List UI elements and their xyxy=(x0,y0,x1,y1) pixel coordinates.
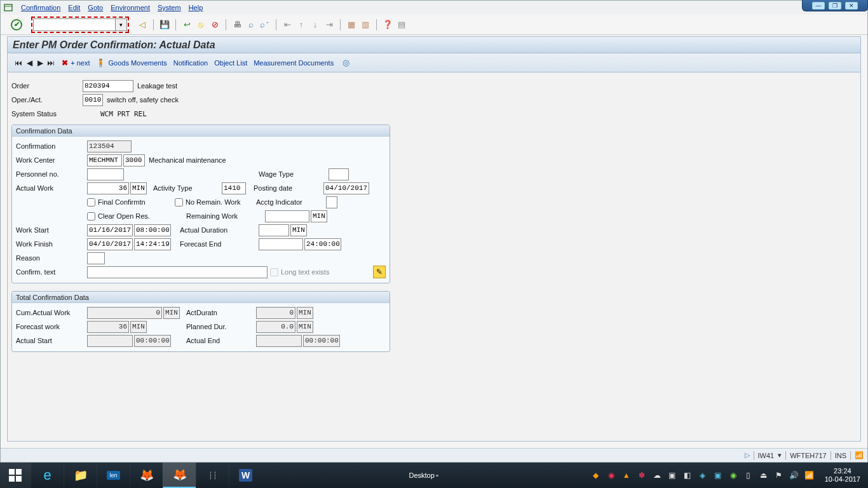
actualduration-unit[interactable] xyxy=(290,224,307,236)
status-dropdown-icon[interactable]: ▾ xyxy=(778,451,782,459)
personnel-field[interactable] xyxy=(87,168,124,180)
session-icon[interactable]: ▦ xyxy=(346,19,357,30)
cancel-confirmation-icon[interactable]: ✖ xyxy=(62,58,68,67)
remainingwork-unit[interactable] xyxy=(311,210,327,222)
measurement-docs-link[interactable]: Measurement Documents xyxy=(254,59,334,67)
layout-icon[interactable]: ▤ xyxy=(396,19,407,30)
remainingwork-field[interactable] xyxy=(265,210,309,222)
actualduration-field[interactable] xyxy=(259,224,289,236)
nav-prev-icon[interactable]: ◀ xyxy=(25,58,34,67)
menu-environment[interactable]: Environment xyxy=(111,4,150,11)
taskbar-firefox[interactable]: 🦊 xyxy=(130,463,163,488)
goods-movements-link[interactable]: Goods Movements xyxy=(108,59,166,67)
remainingwork-label: Remaining Work xyxy=(186,212,256,220)
tray-icon-3[interactable]: ▲ xyxy=(621,470,632,480)
start-button[interactable] xyxy=(0,463,31,488)
menu-system[interactable]: System xyxy=(158,4,181,11)
taskbar-explorer[interactable]: 📁 xyxy=(64,463,97,488)
shortcut-icon[interactable]: ▥ xyxy=(360,19,371,30)
no-remain-checkbox[interactable] xyxy=(175,198,183,207)
forecastend-date[interactable] xyxy=(259,238,303,250)
confirmtext-field[interactable] xyxy=(87,266,268,278)
taskbar-word[interactable]: W xyxy=(229,463,262,488)
tray-icon-1[interactable]: ◆ xyxy=(591,470,601,480)
taskbar-lenovo[interactable]: len xyxy=(97,463,130,488)
actualwork-unit[interactable] xyxy=(130,182,147,194)
tray-icon-8[interactable]: ◉ xyxy=(728,470,738,480)
menu-help[interactable]: Help xyxy=(189,4,203,11)
show-desktop-label[interactable]: Desktop» xyxy=(409,471,438,479)
longtext-edit-button[interactable]: ✎ xyxy=(373,266,386,278)
exit-icon[interactable]: ⦸ xyxy=(195,19,207,30)
menu-edit[interactable]: Edit xyxy=(68,4,80,11)
close-button[interactable]: ✕ xyxy=(845,2,858,10)
minimize-button[interactable]: — xyxy=(812,2,825,10)
cancel-icon[interactable]: ⊘ xyxy=(209,19,220,30)
taskbar-ie[interactable]: e xyxy=(31,463,64,488)
postingdate-field[interactable] xyxy=(323,182,369,194)
workfinish-time[interactable] xyxy=(134,238,171,250)
print-icon[interactable]: 🖶 xyxy=(231,19,243,30)
tray-volume-icon[interactable]: 🔊 xyxy=(789,470,799,480)
ok-code-field[interactable]: ▾ xyxy=(31,17,129,33)
tray-network-icon[interactable]: ▣ xyxy=(667,470,677,480)
save-icon[interactable]: 💾 xyxy=(159,19,170,30)
postingdate-label: Posting date xyxy=(254,184,323,192)
object-list-link[interactable]: Object List xyxy=(214,59,247,67)
tray-flag-icon[interactable]: ⚑ xyxy=(774,470,784,480)
ok-code-input[interactable] xyxy=(33,18,116,31)
menu-icon[interactable] xyxy=(3,3,13,13)
taskbar-separator: ┆┆ xyxy=(196,463,229,488)
find-icon[interactable]: ⌕ xyxy=(245,19,257,30)
workstart-time[interactable] xyxy=(134,224,171,236)
prev-page-icon[interactable]: ↑ xyxy=(295,19,307,30)
tray-wifi-icon[interactable]: 📶 xyxy=(804,470,815,480)
find-next-icon[interactable]: ⌕⁺ xyxy=(259,19,271,30)
first-page-icon[interactable]: ⇤ xyxy=(281,19,293,30)
workcenter-field[interactable] xyxy=(87,154,122,166)
ok-code-dropdown[interactable]: ▾ xyxy=(116,18,127,31)
menu-goto[interactable]: Goto xyxy=(88,4,103,11)
workfinish-date[interactable] xyxy=(87,238,133,250)
tray-icon-6[interactable]: ◈ xyxy=(698,470,708,480)
status-signal-icon[interactable]: 📶 xyxy=(855,451,864,459)
tray-icon-4[interactable]: ✽ xyxy=(637,470,647,480)
wagetype-field[interactable] xyxy=(329,168,349,180)
activitytype-field[interactable] xyxy=(222,182,246,194)
nav-first-icon[interactable]: ⏮ xyxy=(14,58,23,67)
tray-icon-5[interactable]: ◧ xyxy=(682,470,693,480)
nav-next-icon[interactable]: ▶ xyxy=(36,58,44,67)
doc-icon[interactable]: ◎ xyxy=(340,57,351,69)
tray-battery-icon[interactable]: ▯ xyxy=(743,470,754,480)
next-link[interactable]: + next xyxy=(71,59,90,67)
plant-field[interactable] xyxy=(123,154,145,166)
clear-open-checkbox[interactable] xyxy=(87,212,95,220)
operation-field[interactable] xyxy=(83,94,103,106)
help-icon[interactable]: ❓ xyxy=(382,19,393,30)
back-icon[interactable]: ◁ xyxy=(137,19,148,30)
actualstart-date xyxy=(87,335,133,347)
enter-button[interactable]: ✔ xyxy=(11,19,22,30)
tray-onedrive-icon[interactable]: ☁ xyxy=(652,470,662,480)
restore-button[interactable]: ❐ xyxy=(829,2,841,10)
notification-link[interactable]: Notification xyxy=(173,59,208,67)
cum-actualwork-field xyxy=(87,307,162,319)
tray-clock[interactable]: 23:24 10-04-2017 xyxy=(820,467,865,484)
tray-usb-icon[interactable]: ⏏ xyxy=(759,470,769,480)
forecastend-time[interactable] xyxy=(304,238,341,250)
menu-confirmation[interactable]: Confirmation xyxy=(21,4,60,11)
acctg-field[interactable] xyxy=(326,196,337,208)
tray-icon-7[interactable]: ▣ xyxy=(713,470,723,480)
tray-icon-2[interactable]: ◉ xyxy=(606,470,616,480)
actualwork-field[interactable] xyxy=(87,182,129,194)
order-field[interactable] xyxy=(83,80,133,92)
nav-back-icon[interactable]: ↩ xyxy=(181,19,193,30)
status-arrow-icon[interactable]: ▷ xyxy=(745,451,750,459)
workstart-date[interactable] xyxy=(87,224,133,236)
reason-field[interactable] xyxy=(87,252,105,264)
last-page-icon[interactable]: ⇥ xyxy=(323,19,335,30)
taskbar-sap[interactable]: 🦊 xyxy=(163,463,196,488)
next-page-icon[interactable]: ↓ xyxy=(309,19,321,30)
final-confirm-checkbox[interactable] xyxy=(87,198,95,207)
nav-last-icon[interactable]: ⏭ xyxy=(46,58,55,67)
